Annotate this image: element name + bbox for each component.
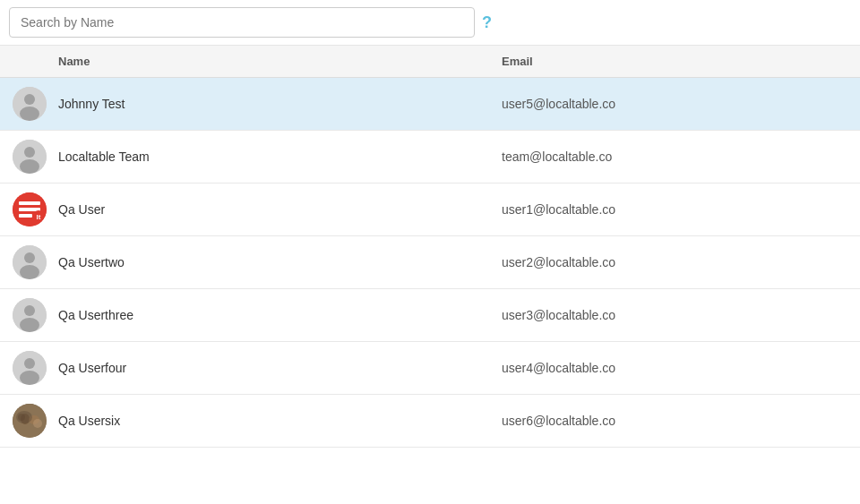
help-icon[interactable]: ? — [482, 13, 492, 32]
svg-point-16 — [24, 305, 35, 316]
search-input[interactable] — [9, 7, 475, 38]
svg-point-2 — [20, 107, 39, 121]
row-name: Qa Usersix — [58, 414, 502, 428]
svg-point-19 — [24, 358, 35, 369]
avatar-cell — [0, 351, 58, 385]
svg-point-1 — [24, 94, 35, 105]
table-row[interactable]: Qa Usersixuser6@localtable.co — [0, 395, 860, 448]
column-name-header: Name — [0, 55, 502, 68]
svg-point-24 — [18, 414, 25, 421]
svg-point-21 — [13, 404, 47, 438]
table-row[interactable]: Localtable Teamteam@localtable.co — [0, 131, 860, 184]
row-name: Qa User — [58, 202, 502, 217]
column-email-header: Email — [502, 55, 860, 68]
avatar-cell — [0, 404, 58, 438]
avatar-cell — [0, 298, 58, 332]
row-name: Qa Userfour — [58, 361, 502, 375]
table-row[interactable]: Qa Userfouruser4@localtable.co — [0, 342, 860, 395]
avatar — [13, 404, 47, 438]
svg-point-20 — [20, 371, 39, 385]
avatar-cell: lt — [0, 192, 58, 226]
avatar-cell — [0, 140, 58, 174]
table-row[interactable]: lt Qa Useruser1@localtable.co — [0, 184, 860, 236]
users-table: Name Email Johnny Testuser5@localtable.c… — [0, 46, 860, 448]
svg-point-5 — [20, 159, 39, 174]
svg-point-4 — [24, 147, 35, 158]
row-email: user5@localtable.co — [502, 97, 860, 111]
table-header: Name Email — [0, 46, 860, 78]
svg-point-13 — [24, 252, 35, 263]
avatar — [13, 140, 47, 174]
row-name: Qa Userthree — [58, 308, 502, 322]
row-name: Johnny Test — [58, 97, 502, 111]
svg-point-22 — [21, 414, 30, 424]
search-bar-container: ? — [0, 0, 860, 46]
avatar — [13, 351, 47, 385]
row-name: Localtable Team — [58, 149, 502, 164]
svg-point-25 — [33, 419, 42, 428]
row-email: user4@localtable.co — [502, 361, 860, 375]
avatar-cell — [0, 87, 58, 121]
row-email: user3@localtable.co — [502, 308, 860, 322]
svg-text:lt: lt — [36, 213, 40, 221]
row-name: Qa Usertwo — [58, 255, 502, 269]
row-email: user2@localtable.co — [502, 255, 860, 269]
row-email: user6@localtable.co — [502, 414, 860, 428]
avatar: lt — [13, 192, 47, 226]
avatar-cell — [0, 245, 58, 279]
avatar — [13, 245, 47, 279]
svg-point-14 — [20, 265, 39, 279]
svg-rect-7 — [19, 201, 40, 205]
avatar — [13, 87, 47, 121]
table-row[interactable]: Qa Usertwouser2@localtable.co — [0, 236, 860, 289]
svg-point-17 — [20, 318, 39, 332]
avatar — [13, 298, 47, 332]
table-row[interactable]: Qa Userthreeuser3@localtable.co — [0, 289, 860, 342]
svg-rect-9 — [19, 214, 32, 218]
row-email: team@localtable.co — [502, 149, 860, 164]
row-email: user1@localtable.co — [502, 202, 860, 217]
table-row[interactable]: Johnny Testuser5@localtable.co — [0, 78, 860, 131]
table-body: Johnny Testuser5@localtable.co Localtabl… — [0, 78, 860, 448]
